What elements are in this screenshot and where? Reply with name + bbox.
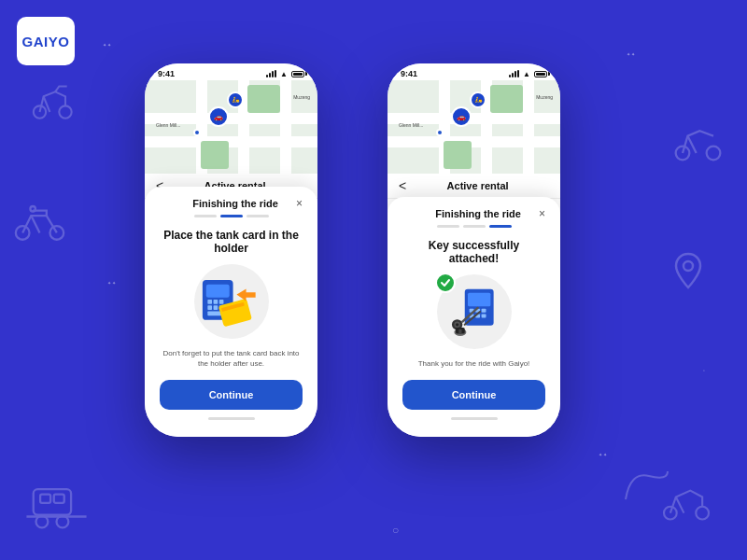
svg-point-14 [696, 507, 709, 520]
map-pin-car-right: 🚗 [451, 106, 472, 127]
map-location-dot-r [436, 129, 444, 136]
svg-point-3 [34, 105, 46, 118]
key-illustration [437, 274, 512, 349]
success-description-right: Thank you for the ride with Gaiyo! [402, 358, 545, 369]
battery-icon [291, 71, 304, 77]
progress-dot-r3 [489, 225, 512, 228]
svg-rect-5 [34, 489, 71, 515]
deco-scooter-right [672, 112, 724, 163]
check-badge [435, 273, 456, 293]
svg-rect-19 [213, 300, 218, 304]
phone-right: 9:41 ▲ Glenn Mill... Muzeng 🚗 🛵 < Active… [388, 63, 560, 437]
battery-icon-right [534, 71, 547, 77]
svg-point-12 [707, 147, 721, 161]
back-button-right[interactable]: < [399, 178, 406, 193]
progress-dot-1 [194, 215, 217, 217]
map-label-muzeng: Muzeng [293, 94, 310, 100]
modal-progress-right [402, 225, 545, 228]
svg-rect-28 [468, 293, 490, 307]
home-indicator-left [208, 417, 255, 420]
map-label-muzeng-r: Muzeng [536, 94, 553, 100]
map-pin-scooter-right: 🛵 [470, 91, 486, 108]
deco-dots-topleft: ✦ ✦ [103, 42, 111, 48]
svg-rect-22 [213, 305, 218, 310]
deco-tram-bottom [26, 481, 87, 532]
deco-dots-right: ✦ ✦ [627, 51, 635, 57]
green-block2 [201, 141, 229, 169]
road-v3 [280, 80, 291, 174]
deco-bike-left [14, 196, 65, 247]
svg-rect-17 [205, 284, 229, 297]
modal-header-left: Finishing the ride × [160, 198, 303, 209]
wifi-icon-right: ▲ [523, 70, 530, 78]
gaiyo-logo: GAIYO [17, 17, 75, 65]
deco-location-pin [674, 252, 702, 289]
phone-left-statusbar: 9:41 ▲ [145, 63, 317, 80]
svg-rect-33 [482, 309, 486, 313]
modal-header-right: Finishing the ride × [402, 208, 545, 219]
map-label-glenn: Glenn Mill... [156, 122, 180, 128]
phone-right-nav: < Active rental [388, 174, 560, 199]
tank-card-svg [199, 273, 264, 329]
map-location-dot [193, 129, 201, 136]
tank-card-illustration [194, 264, 269, 339]
svg-point-37 [456, 323, 458, 326]
svg-rect-40 [458, 329, 461, 334]
map-right: Glenn Mill... Muzeng 🚗 🛵 [388, 80, 560, 174]
svg-rect-21 [207, 305, 212, 310]
deco-curve [621, 467, 672, 504]
progress-dot-2 [220, 215, 243, 217]
progress-dot-r1 [437, 225, 459, 228]
modal-close-left[interactable]: × [296, 198, 303, 209]
deco-dot-small: ◦ [703, 368, 705, 373]
progress-dot-3 [247, 215, 269, 217]
nav-title-right: Active rental [434, 180, 521, 191]
check-icon [440, 277, 451, 288]
key-svg [444, 284, 504, 340]
logo-text: GAIYO [22, 34, 70, 49]
signal-bars [266, 70, 276, 77]
signal-icons-left: ▲ [266, 70, 304, 78]
modal-right: Finishing the ride × Key successfully at… [388, 197, 560, 437]
step-heading-left: Place the tank card in the holder [160, 229, 303, 255]
svg-rect-9 [40, 495, 50, 503]
progress-dot-r2 [463, 225, 486, 228]
svg-point-15 [684, 261, 693, 271]
continue-button-right[interactable]: Continue [402, 380, 545, 410]
green-block2-r [444, 141, 472, 169]
modal-close-right[interactable]: × [539, 208, 545, 219]
svg-point-4 [59, 105, 71, 118]
map-pin-car-left: 🚗 [208, 106, 229, 127]
continue-button-left[interactable]: Continue [160, 380, 303, 410]
map-label-glenn-r: Glenn Mill... [399, 122, 423, 128]
green-block1 [247, 85, 280, 113]
deco-dots-bottomright: ✦ ✦ [599, 452, 607, 457]
modal-title-left: Finishing the ride [175, 198, 296, 209]
phone-right-time: 9:41 [401, 69, 417, 78]
green-block1-r [490, 85, 523, 113]
road-h2 [145, 136, 317, 147]
modal-left: Finishing the ride × Place the tank card… [145, 187, 317, 437]
svg-rect-20 [218, 300, 223, 304]
phone-left: 9:41 ▲ Glenn Mill... Muzeng 🚗 🛵 [145, 63, 317, 437]
modal-progress-left [160, 215, 303, 217]
map-left: Glenn Mill... Muzeng 🚗 🛵 [145, 80, 317, 174]
deco-scooter-topleft [28, 75, 75, 121]
svg-point-2 [30, 206, 35, 212]
deco-dots-mid: ✦ ✦ [107, 280, 116, 286]
success-heading-right: Key successfully attached! [402, 239, 545, 265]
phone-left-time: 9:41 [158, 69, 175, 78]
map-pin-scooter-left: 🛵 [227, 91, 244, 108]
svg-rect-18 [207, 300, 212, 304]
svg-rect-10 [54, 495, 64, 503]
step-description-left: Don't forget to put the tank card back i… [160, 348, 303, 369]
modal-title-right: Finishing the ride [417, 208, 539, 219]
home-indicator-right [451, 417, 498, 420]
road-h2-r [388, 136, 560, 147]
signal-bars-right [509, 70, 519, 77]
svg-rect-34 [482, 314, 486, 317]
road-v3-r [523, 80, 534, 174]
phone-right-statusbar: 9:41 ▲ [388, 63, 560, 80]
deco-circle-bottom: ○ [392, 524, 399, 537]
wifi-icon: ▲ [280, 70, 288, 78]
